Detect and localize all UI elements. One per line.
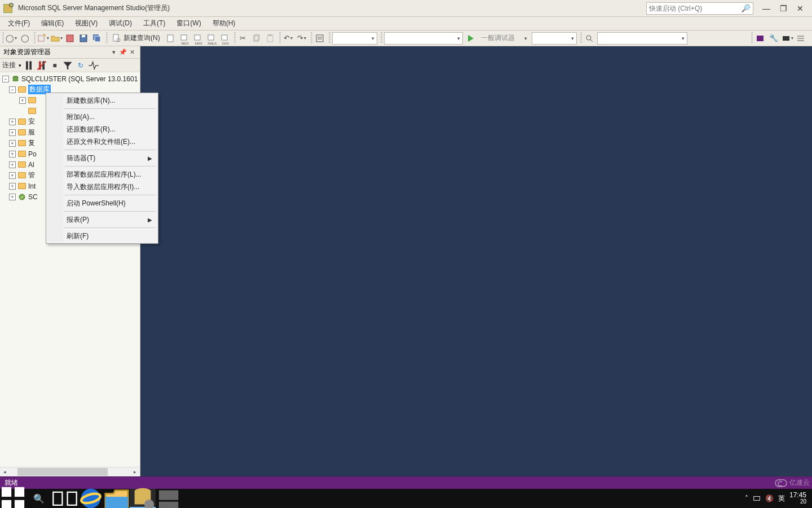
svg-rect-37: [2, 500, 11, 508]
new-query-label: 新建查询(N): [123, 33, 160, 43]
quick-launch-box[interactable]: 🔍: [646, 2, 753, 15]
toolbox-button[interactable]: [795, 32, 807, 45]
menu-file[interactable]: 文件(F): [3, 17, 34, 29]
activity-button[interactable]: [88, 60, 99, 71]
minimize-button[interactable]: —: [758, 2, 775, 15]
new-project-button[interactable]: ▾: [37, 32, 49, 45]
add-item-button[interactable]: [64, 32, 76, 45]
menu-view[interactable]: 视图(V): [70, 17, 102, 29]
database-combo[interactable]: ▾: [332, 32, 377, 45]
object-explorer-toggle-button[interactable]: ▾: [781, 32, 793, 45]
app-icon: [3, 4, 12, 13]
filter-button[interactable]: [62, 60, 73, 71]
start-button[interactable]: [0, 489, 26, 508]
connect-button[interactable]: [23, 60, 34, 71]
network-icon[interactable]: [753, 494, 761, 502]
svg-rect-36: [15, 487, 24, 497]
save-button[interactable]: [77, 32, 90, 45]
find-combo[interactable]: ▾: [597, 32, 687, 45]
paste-button[interactable]: [264, 32, 276, 45]
maximize-button[interactable]: ❐: [775, 2, 792, 15]
menu-tools[interactable]: 工具(T): [139, 17, 170, 29]
tree-node-label: 服: [28, 128, 35, 137]
search-button[interactable]: 🔍: [26, 489, 52, 508]
cut-button[interactable]: ✂: [237, 32, 249, 45]
dax-query-button[interactable]: DAX: [219, 32, 231, 45]
svg-rect-23: [783, 36, 789, 41]
collapse-icon[interactable]: −: [2, 76, 9, 82]
stop-button[interactable]: ■: [49, 60, 60, 71]
copy-button[interactable]: [250, 32, 263, 45]
tray-overflow-icon[interactable]: ˄: [745, 494, 748, 502]
context-menu-item[interactable]: 导入数据层应用程序(I)...: [47, 181, 157, 193]
pin-button[interactable]: 📌: [118, 49, 127, 56]
process-combo[interactable]: ▾: [532, 32, 577, 45]
find-button[interactable]: [583, 32, 595, 45]
panel-close-button[interactable]: ✕: [127, 49, 136, 56]
window-title: Microsoft SQL Server Management Studio(管…: [18, 3, 170, 13]
tree-node-label: Int: [28, 182, 36, 190]
search-icon: 🔍: [742, 4, 751, 12]
window-controls: — ❐ ✕: [758, 2, 809, 15]
context-menu-item[interactable]: 附加(A)...: [47, 111, 157, 123]
database-engine-query-button[interactable]: [165, 32, 177, 45]
nav-back-button[interactable]: ◯▾: [5, 32, 17, 45]
save-all-button[interactable]: [91, 32, 103, 45]
server-manager-taskbar-button[interactable]: [156, 489, 182, 508]
scroll-right-arrow[interactable]: ▸: [130, 467, 140, 476]
context-menu-item[interactable]: 还原数据库(R)...: [47, 123, 157, 135]
undo-button[interactable]: ↶▾: [282, 32, 294, 45]
context-menu-item[interactable]: 部署数据层应用程序(L)...: [47, 168, 157, 181]
volume-icon[interactable]: 🔇: [765, 494, 774, 502]
disconnect-button[interactable]: [36, 60, 47, 71]
context-menu-item[interactable]: 还原文件和文件组(E)...: [47, 135, 157, 148]
system-tray: ˄ 🔇 英 17:45 20: [739, 492, 812, 505]
document-area: [140, 46, 812, 476]
ssms-taskbar-button[interactable]: [130, 489, 156, 508]
expand-icon[interactable]: +: [19, 97, 26, 104]
scroll-left-arrow[interactable]: ◂: [0, 467, 10, 476]
quick-launch-input[interactable]: [649, 3, 742, 14]
svg-rect-10: [195, 35, 200, 40]
context-menu-item[interactable]: 报表(P)▶: [47, 213, 157, 226]
redo-button[interactable]: ↷▾: [295, 32, 308, 45]
explorer-taskbar-button[interactable]: [104, 489, 130, 508]
dmx-query-button[interactable]: DMX: [192, 32, 204, 45]
svg-line-21: [590, 40, 593, 42]
properties-button[interactable]: [314, 32, 326, 45]
agent-icon: [17, 193, 27, 201]
refresh-button[interactable]: ↻: [75, 60, 86, 71]
nav-forward-button[interactable]: ◯: [19, 32, 31, 45]
svg-rect-12: [222, 35, 227, 40]
context-menu-item[interactable]: 筛选器(T)▶: [47, 152, 157, 164]
context-menu-item[interactable]: 启动 PowerShell(H): [47, 197, 157, 209]
scroll-thumb[interactable]: [17, 468, 108, 476]
ie-taskbar-button[interactable]: [78, 489, 104, 508]
new-query-button[interactable]: 新建查询(N): [109, 32, 164, 45]
start-debug-split[interactable]: [465, 32, 477, 45]
open-file-button[interactable]: ▾: [50, 32, 63, 45]
close-button[interactable]: ✕: [792, 2, 809, 15]
menu-debug[interactable]: 调试(D): [104, 17, 136, 29]
tree-node-label: SC: [28, 193, 38, 201]
xmla-query-button[interactable]: XMLA: [205, 32, 218, 45]
windows-taskbar: 🔍 ˄ 🔇 英 17:45 20: [0, 489, 812, 508]
solution-config-combo[interactable]: ▾: [384, 32, 463, 45]
clock[interactable]: 17:45 20: [789, 492, 806, 505]
svg-rect-5: [95, 36, 100, 42]
context-menu-item[interactable]: 刷新(F): [47, 230, 157, 242]
menu-edit[interactable]: 编辑(E): [37, 17, 68, 29]
horizontal-scrollbar[interactable]: ◂ ▸: [0, 467, 140, 476]
task-view-button[interactable]: [52, 489, 78, 508]
debug-target-combo[interactable]: 一般调试器 ▾: [479, 32, 529, 45]
mdx-query-button[interactable]: MDX: [178, 32, 191, 45]
registered-servers-button[interactable]: 🔧: [767, 32, 780, 45]
ime-indicator[interactable]: 英: [778, 494, 785, 503]
tree-server-node[interactable]: − SQLCLUSTER (SQL Server 13.0.1601: [0, 73, 140, 84]
activity-monitor-button[interactable]: [754, 32, 766, 45]
panel-menu-button[interactable]: ▾: [109, 49, 118, 56]
collapse-icon[interactable]: −: [9, 86, 16, 93]
menu-help[interactable]: 帮助(H): [208, 17, 240, 29]
context-menu-item[interactable]: 新建数据库(N)...: [47, 94, 157, 107]
menu-window[interactable]: 窗口(W): [172, 17, 205, 29]
